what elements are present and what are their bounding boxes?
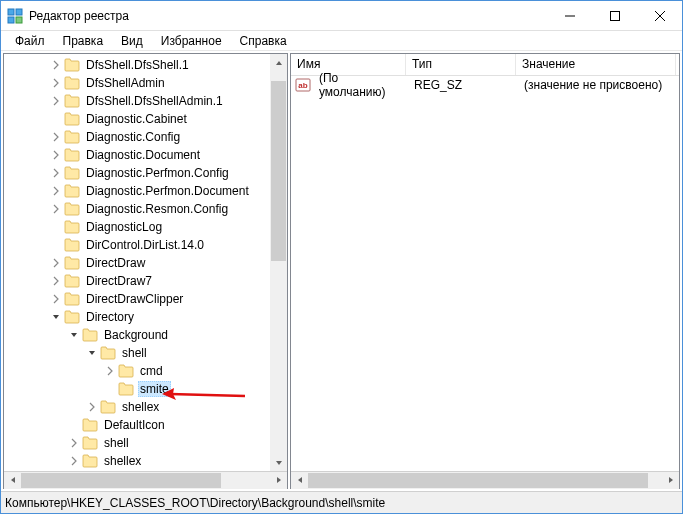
tree-item[interactable]: DfsShell.DfsShell.1 — [4, 56, 287, 74]
tree-item[interactable]: Diagnostic.Resmon.Config — [4, 200, 287, 218]
tree-item-label: Diagnostic.Cabinet — [84, 112, 189, 126]
expand-icon[interactable] — [50, 131, 62, 143]
list-hscroll[interactable] — [291, 471, 679, 488]
expand-icon[interactable] — [50, 257, 62, 269]
tree-item-label: shellex — [102, 454, 143, 468]
tree-item[interactable]: DfsShellAdmin — [4, 74, 287, 92]
cell-type: REG_SZ — [408, 78, 518, 92]
tree-item-label: DirectDraw7 — [84, 274, 154, 288]
list-row[interactable]: ab(По умолчанию)REG_SZ(значение не присв… — [291, 76, 679, 94]
tree-item[interactable]: shell — [4, 344, 287, 362]
tree-vscroll-thumb[interactable] — [271, 81, 286, 261]
tree-item[interactable]: Diagnostic.Perfmon.Document — [4, 182, 287, 200]
folder-icon — [100, 346, 116, 360]
menu-help[interactable]: Справка — [232, 32, 295, 50]
tree-item-label: DirectDrawClipper — [84, 292, 185, 306]
tree-vscroll[interactable] — [270, 54, 287, 471]
expand-icon[interactable] — [50, 59, 62, 71]
tree-item[interactable]: DfsShell.DfsShellAdmin.1 — [4, 92, 287, 110]
tree-item[interactable]: Directory — [4, 308, 287, 326]
tree-item[interactable]: shellex — [4, 452, 287, 470]
menu-file[interactable]: Файл — [7, 32, 53, 50]
folder-icon — [64, 202, 80, 216]
folder-icon — [64, 292, 80, 306]
folder-icon — [118, 364, 134, 378]
tree-item-label: DirectDraw — [84, 256, 147, 270]
tree-item[interactable]: smite — [4, 380, 287, 398]
tree-item[interactable]: DirControl.DirList.14.0 — [4, 236, 287, 254]
expand-icon[interactable] — [50, 203, 62, 215]
tree-item[interactable]: DirectDraw — [4, 254, 287, 272]
folder-icon — [82, 436, 98, 450]
list-body[interactable]: ab(По умолчанию)REG_SZ(значение не присв… — [291, 76, 679, 471]
svg-rect-3 — [16, 17, 22, 23]
menu-view[interactable]: Вид — [113, 32, 151, 50]
tree-item[interactable]: Background — [4, 326, 287, 344]
expand-icon[interactable] — [50, 77, 62, 89]
list-pane: Имя Тип Значение ab(По умолчанию)REG_SZ(… — [290, 53, 680, 489]
expand-icon[interactable] — [50, 275, 62, 287]
folder-icon — [64, 274, 80, 288]
scroll-up-icon[interactable] — [270, 54, 287, 71]
tree-item[interactable]: Diagnostic.Perfmon.Config — [4, 164, 287, 182]
expand-icon[interactable] — [68, 437, 80, 449]
statusbar: Компьютер\HKEY_CLASSES_ROOT\Directory\Ba… — [1, 491, 682, 513]
tree-item[interactable]: shellex — [4, 398, 287, 416]
tree-item-label: shell — [120, 346, 149, 360]
svg-rect-1 — [16, 9, 22, 15]
svg-rect-5 — [610, 11, 619, 20]
expand-icon[interactable] — [50, 95, 62, 107]
tree-hscroll[interactable] — [4, 471, 287, 488]
folder-icon — [64, 76, 80, 90]
collapse-icon[interactable] — [50, 311, 62, 323]
tree-item-label: Diagnostic.Perfmon.Document — [84, 184, 251, 198]
expand-icon[interactable] — [86, 401, 98, 413]
tree-item[interactable]: DirectDraw7 — [4, 272, 287, 290]
scroll-left-icon[interactable] — [291, 472, 308, 489]
tree-item-label: Directory — [84, 310, 136, 324]
scroll-right-icon[interactable] — [662, 472, 679, 489]
tree-item[interactable]: cmd — [4, 362, 287, 380]
scroll-down-icon[interactable] — [270, 454, 287, 471]
scroll-right-icon[interactable] — [270, 472, 287, 489]
expand-icon[interactable] — [50, 293, 62, 305]
folder-icon — [64, 238, 80, 252]
cell-value: (значение не присвоено) — [518, 78, 678, 92]
list-hscroll-thumb[interactable] — [308, 473, 648, 488]
tree-item[interactable]: Diagnostic.Config — [4, 128, 287, 146]
expand-icon[interactable] — [50, 185, 62, 197]
tree-hscroll-thumb[interactable] — [21, 473, 221, 488]
tree-item-label: DfsShellAdmin — [84, 76, 167, 90]
menu-favorites[interactable]: Избранное — [153, 32, 230, 50]
cell-name: (По умолчанию) — [313, 71, 408, 99]
scroll-left-icon[interactable] — [4, 472, 21, 489]
collapse-icon[interactable] — [68, 329, 80, 341]
tree-item[interactable]: DefaultIcon — [4, 416, 287, 434]
close-button[interactable] — [637, 1, 682, 30]
maximize-button[interactable] — [592, 1, 637, 30]
tree-item[interactable]: DirectDrawClipper — [4, 290, 287, 308]
col-type[interactable]: Тип — [406, 54, 516, 75]
expand-icon[interactable] — [104, 365, 116, 377]
col-value[interactable]: Значение — [516, 54, 676, 75]
minimize-button[interactable] — [547, 1, 592, 30]
tree-item[interactable]: shell — [4, 434, 287, 452]
svg-text:ab: ab — [298, 81, 307, 90]
folder-icon — [64, 94, 80, 108]
tree-item[interactable]: Diagnostic.Cabinet — [4, 110, 287, 128]
tree-item-label: DirControl.DirList.14.0 — [84, 238, 206, 252]
tree-item[interactable]: Diagnostic.Document — [4, 146, 287, 164]
expand-icon[interactable] — [68, 455, 80, 467]
menubar: Файл Правка Вид Избранное Справка — [1, 31, 682, 51]
collapse-icon[interactable] — [86, 347, 98, 359]
tree-body[interactable]: DfsShell.DfsShell.1DfsShellAdminDfsShell… — [4, 54, 287, 471]
folder-icon — [64, 310, 80, 324]
tree-item-label: shell — [102, 436, 131, 450]
no-expand — [50, 239, 62, 251]
no-expand — [68, 419, 80, 431]
expand-icon[interactable] — [50, 149, 62, 161]
menu-edit[interactable]: Правка — [55, 32, 112, 50]
tree-item[interactable]: DiagnosticLog — [4, 218, 287, 236]
expand-icon[interactable] — [50, 167, 62, 179]
status-path: Компьютер\HKEY_CLASSES_ROOT\Directory\Ba… — [5, 496, 385, 510]
